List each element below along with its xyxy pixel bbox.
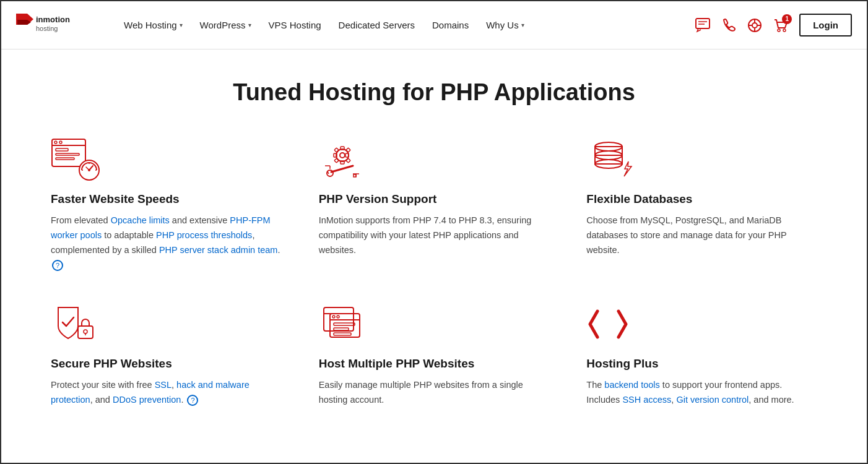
feature-desc: Protect your site with free SSL, hack an… <box>51 378 282 408</box>
svg-line-39 <box>331 166 353 172</box>
svg-point-14 <box>783 29 786 32</box>
svg-rect-45 <box>354 174 356 177</box>
chevron-down-icon: ▾ <box>248 22 251 28</box>
chevron-down-icon: ▾ <box>180 22 183 28</box>
feature-flexible-databases: Flexible Databases Choose from MySQL, Po… <box>586 138 817 273</box>
phone-icon[interactable] <box>720 17 737 34</box>
site-header: inmotion hosting Web Hosting ▾ WordPress… <box>1 1 867 49</box>
feature-title: Faster Website Speeds <box>51 192 282 206</box>
feature-desc: The backend tools to support your fronte… <box>586 378 817 408</box>
feature-host-multiple: Host Multiple PHP Websites Easily manage… <box>319 303 550 408</box>
feature-title: Host Multiple PHP Websites <box>319 357 550 371</box>
svg-point-40 <box>327 170 333 176</box>
security-icon <box>51 303 100 346</box>
feature-secure-php: Secure PHP Websites Protect your site wi… <box>51 303 282 408</box>
speed-icon <box>51 138 100 181</box>
chat-icon[interactable] <box>694 17 711 34</box>
feature-php-version: PHP Version Support InMotion supports fr… <box>319 138 550 273</box>
svg-text:hosting: hosting <box>36 25 58 32</box>
svg-rect-4 <box>696 19 710 28</box>
nav-domains[interactable]: Domains <box>425 15 476 35</box>
ssl-link[interactable]: SSL <box>155 380 171 390</box>
svg-point-18 <box>59 141 62 144</box>
php-process-link[interactable]: PHP process thresholds <box>156 230 252 240</box>
nav-wordpress[interactable]: WordPress ▾ <box>193 15 259 35</box>
ddos-link[interactable]: DDoS prevention <box>113 395 181 405</box>
admin-team-link[interactable]: PHP server stack admin team <box>159 245 278 255</box>
feature-desc: From elevated Opcache limits and extensi… <box>51 213 282 273</box>
chevron-down-icon: ▾ <box>521 22 524 28</box>
cart-count: 1 <box>782 14 792 24</box>
multiple-sites-icon <box>319 303 368 346</box>
cart-icon[interactable]: 1 <box>772 17 789 34</box>
git-link[interactable]: Git version control <box>676 395 749 405</box>
svg-rect-20 <box>56 153 79 155</box>
nav-web-hosting[interactable]: Web Hosting ▾ <box>116 15 190 35</box>
svg-rect-51 <box>78 326 93 338</box>
logo[interactable]: inmotion hosting <box>16 11 97 40</box>
feature-desc: Choose from MySQL, PostgreSQL, and Maria… <box>586 213 817 258</box>
backend-tools-link[interactable]: backend tools <box>604 380 659 390</box>
login-button[interactable]: Login <box>799 14 852 37</box>
svg-point-8 <box>752 23 757 28</box>
svg-rect-33 <box>334 153 337 157</box>
feature-hosting-plus: Hosting Plus The backend tools to suppor… <box>586 303 817 408</box>
feature-desc: InMotion supports from PHP 7.4 to PHP 8.… <box>319 213 550 258</box>
php-version-icon <box>319 138 368 181</box>
features-grid: Faster Website Speeds From elevated Opca… <box>51 138 817 408</box>
nav-vps-hosting[interactable]: VPS Hosting <box>261 15 329 35</box>
feature-desc: Easily manage multiple PHP websites from… <box>319 378 550 408</box>
svg-point-13 <box>778 29 780 32</box>
main-nav: Web Hosting ▾ WordPress ▾ VPS Hosting De… <box>116 15 694 35</box>
nav-dedicated-servers[interactable]: Dedicated Servers <box>331 15 422 35</box>
feature-title: Hosting Plus <box>586 357 817 371</box>
svg-rect-34 <box>345 153 349 157</box>
svg-rect-21 <box>56 158 74 160</box>
database-icon <box>586 138 636 181</box>
feature-faster-speeds: Faster Website Speeds From elevated Opca… <box>51 138 282 273</box>
main-content: Tuned Hosting for PHP Applications <box>1 49 867 445</box>
help-icon[interactable]: ? <box>187 395 198 406</box>
support-icon[interactable] <box>746 17 763 34</box>
help-icon[interactable]: ? <box>52 260 63 271</box>
header-actions: 1 <box>694 17 789 34</box>
feature-title: Secure PHP Websites <box>51 357 282 371</box>
svg-point-30 <box>340 153 345 158</box>
svg-text:inmotion: inmotion <box>36 15 70 24</box>
svg-rect-32 <box>341 161 344 164</box>
svg-point-25 <box>88 169 90 171</box>
nav-why-us[interactable]: Why Us ▾ <box>479 15 532 35</box>
svg-rect-19 <box>56 148 68 151</box>
feature-title: Flexible Databases <box>586 192 817 206</box>
opcache-link[interactable]: Opcache limits <box>111 215 170 225</box>
page-title: Tuned Hosting for PHP Applications <box>51 79 817 106</box>
feature-title: PHP Version Support <box>319 192 550 206</box>
ssh-link[interactable]: SSH access <box>622 395 671 405</box>
svg-point-17 <box>54 141 57 144</box>
svg-rect-31 <box>341 147 344 150</box>
code-icon <box>586 303 636 346</box>
